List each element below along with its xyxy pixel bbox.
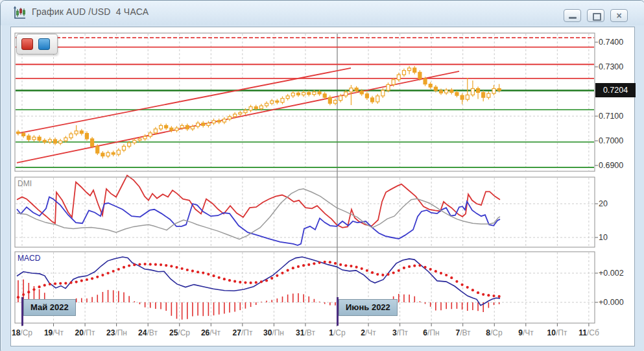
date-weekday: /Пт xyxy=(397,328,408,337)
date-label: 24/Вт xyxy=(132,328,163,337)
price-axis-label: 0.7000 xyxy=(599,136,623,146)
date-label: 11/Сб xyxy=(573,328,604,337)
date-label: 18/Ср xyxy=(6,328,38,337)
date-label: 26/Чт xyxy=(195,328,226,337)
macd-plot-area[interactable] xyxy=(15,252,595,323)
date-day: 18 xyxy=(12,328,20,337)
date-label: 8/Ср xyxy=(479,328,510,337)
date-label: 25/Ср xyxy=(164,328,195,337)
date-weekday: /Пн xyxy=(272,328,284,337)
window-controls: × xyxy=(564,9,628,22)
window-title: График AUD /USD 4 ЧАСА xyxy=(32,6,149,17)
date-day: 27 xyxy=(233,328,241,337)
date-day: 8 xyxy=(486,328,490,337)
date-label: 1/Ср xyxy=(322,328,353,337)
date-label: 27/Пт xyxy=(227,328,258,337)
date-weekday: /Пт xyxy=(556,328,567,337)
chart-canvas[interactable] xyxy=(1,1,644,351)
date-day: 30 xyxy=(263,328,272,337)
price-axis-label: 0.7400 xyxy=(599,37,623,47)
date-weekday: /Пт xyxy=(84,328,95,337)
date-day: 23 xyxy=(106,328,115,337)
macd-panel-label: MACD xyxy=(18,254,40,263)
date-weekday: /Ср xyxy=(333,328,346,337)
date-day: 26 xyxy=(201,328,209,337)
date-weekday: /Пт xyxy=(241,328,252,337)
date-weekday: /Пн xyxy=(427,328,440,337)
date-label: 9/Чт xyxy=(510,328,542,337)
date-label: 19/Чт xyxy=(38,328,69,337)
date-day: 11 xyxy=(578,328,587,337)
date-day: 25 xyxy=(169,328,178,337)
macd-axis-label: +0.000 xyxy=(599,297,624,308)
red-square-button[interactable] xyxy=(21,38,33,50)
close-button[interactable]: × xyxy=(610,9,628,22)
minimize-icon xyxy=(569,17,577,19)
date-weekday: /Вт xyxy=(147,328,157,337)
month-label: Май 2022 xyxy=(23,299,76,316)
month-label: Июнь 2022 xyxy=(339,299,398,316)
restore-icon xyxy=(593,13,601,21)
blue-square-button[interactable] xyxy=(38,38,50,50)
chart-window: DMI MACD 0.7204 0.74000.73000.71000.7000… xyxy=(0,0,644,351)
date-label: 31/Вт xyxy=(290,328,321,337)
date-weekday: /Ср xyxy=(178,328,190,337)
date-day: 3 xyxy=(392,328,397,337)
close-icon: × xyxy=(611,10,627,21)
date-day: 20 xyxy=(75,328,84,337)
minimize-button[interactable] xyxy=(564,9,581,22)
date-label: 20/Пт xyxy=(69,328,101,337)
dmi-axis-label: 10 xyxy=(599,232,608,243)
date-weekday: /Чт xyxy=(365,328,376,337)
date-weekday: /Вт xyxy=(460,328,470,337)
dmi-axis-label: 20 xyxy=(599,199,608,209)
price-axis-label: 0.7300 xyxy=(599,62,623,72)
date-weekday: /Пн xyxy=(115,328,127,337)
price-axis-label: 0.7100 xyxy=(599,111,623,121)
date-weekday: /Ср xyxy=(20,328,32,337)
current-price-badge: 0.7204 xyxy=(595,83,636,97)
date-day: 1 xyxy=(329,328,333,337)
date-weekday: /Ср xyxy=(490,328,503,337)
date-day: 24 xyxy=(138,328,147,337)
window-titlebar[interactable]: График AUD /USD 4 ЧАСА × xyxy=(1,1,644,25)
restore-button[interactable] xyxy=(587,9,604,22)
date-day: 10 xyxy=(547,328,556,337)
date-weekday: /Вт xyxy=(304,328,315,337)
date-label: 30/Пн xyxy=(258,328,289,337)
macd-axis-label: +0.002 xyxy=(599,268,624,278)
price-plot-area[interactable] xyxy=(15,33,595,171)
date-day: 31 xyxy=(296,328,304,337)
chart-toolbar xyxy=(16,34,58,54)
date-label: 7/Вт xyxy=(447,328,479,337)
date-label: 2/Чт xyxy=(353,328,384,337)
date-day: 19 xyxy=(44,328,53,337)
candlestick-chart-icon xyxy=(12,6,27,20)
date-label: 6/Пн xyxy=(416,328,447,337)
date-label: 3/Пт xyxy=(385,328,416,337)
date-weekday: /Чт xyxy=(523,328,534,337)
price-axis-label: 0.6900 xyxy=(599,160,623,171)
date-weekday: /Сб xyxy=(587,328,599,337)
date-label: 23/Пн xyxy=(101,328,132,337)
date-day: 9 xyxy=(518,328,523,337)
date-weekday: /Чт xyxy=(209,328,221,337)
dmi-plot-area[interactable] xyxy=(15,177,595,247)
date-weekday: /Чт xyxy=(53,328,64,337)
dmi-panel-label: DMI xyxy=(18,179,32,188)
date-label: 10/Пт xyxy=(542,328,573,337)
date-day: 2 xyxy=(361,328,365,337)
